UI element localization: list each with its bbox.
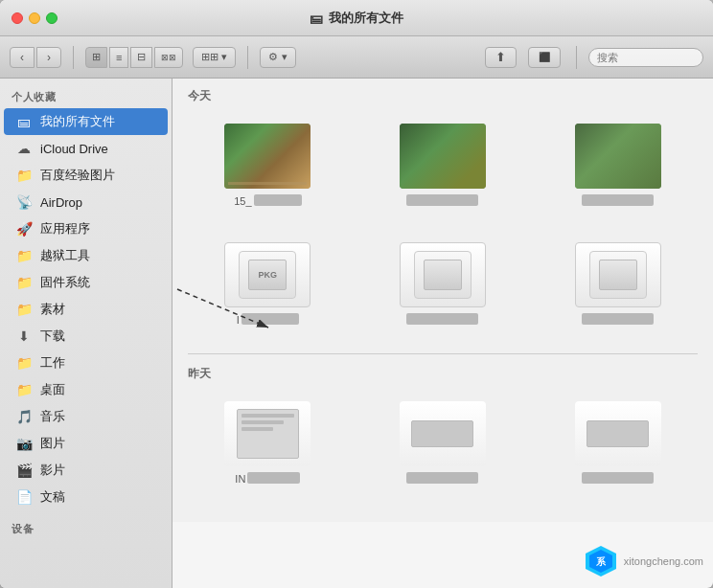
downloads-label: 下载 [40, 328, 65, 345]
file-item-f7[interactable]: IN [188, 394, 348, 493]
file-name-prefix-f7: IN [235, 473, 245, 485]
file-thumb-f8 [400, 401, 486, 466]
file-thumb-f2 [400, 124, 486, 189]
baidu-icon: 📁 [15, 168, 33, 183]
file-name-blur-f8 [406, 472, 478, 484]
fullscreen-button[interactable] [46, 12, 58, 24]
file-item-f1[interactable]: 15_ [188, 116, 348, 215]
file-name-blur-f7 [247, 472, 300, 484]
file-thumb-f6 [575, 242, 661, 307]
docs-label: 文稿 [40, 488, 65, 506]
forward-button[interactable]: › [36, 47, 61, 68]
file-item-f3[interactable] [538, 116, 698, 215]
window-title: 我的所有文件 [329, 10, 403, 27]
movies-label: 影片 [40, 462, 65, 479]
sidebar-item-desktop[interactable]: 📁 桌面 [4, 376, 168, 403]
material-label: 素材 [40, 301, 65, 318]
watermark: 系 xitongcheng.com [584, 544, 703, 578]
file-item-f6[interactable] [538, 235, 698, 334]
sidebar: 个人收藏 🖴 我的所有文件 ☁ iCloud Drive 📁 百度经验图片 📡 … [0, 79, 172, 588]
sidebar-item-downloads[interactable]: ⬇ 下载 [4, 323, 168, 350]
search-input[interactable] [588, 48, 703, 67]
svg-text:系: 系 [596, 556, 607, 567]
sidebar-item-jailbreak[interactable]: 📁 越狱工具 [4, 242, 168, 269]
view-column-btn[interactable]: ⊟ [130, 47, 152, 68]
file-item-f8[interactable] [363, 394, 523, 493]
minimize-button[interactable] [29, 12, 40, 24]
icloud-label: iCloud Drive [40, 142, 108, 156]
photos-label: 图片 [40, 435, 65, 452]
file-thumb-f4: PKG [224, 242, 310, 307]
tag-icon: ⬛ [539, 52, 550, 62]
action-gear-btn[interactable]: ⚙ ▾ [260, 47, 296, 68]
jailbreak-label: 越狱工具 [40, 247, 90, 264]
sidebar-item-photos[interactable]: 📷 图片 [4, 430, 168, 457]
traffic-lights [12, 12, 58, 24]
work-label: 工作 [40, 354, 65, 372]
watermark-text: xitongcheng.com [624, 555, 703, 567]
yesterday-files: IN [188, 394, 698, 493]
section-divider [188, 353, 698, 354]
yesterday-label: 昨天 [188, 366, 698, 382]
file-name-prefix-f1: 15_ [234, 195, 251, 207]
today-files-row1: 15_ [188, 116, 698, 215]
all-files-label: 我的所有文件 [40, 113, 115, 130]
sidebar-item-work[interactable]: 📁 工作 [4, 350, 168, 376]
file-thumb-f7 [224, 401, 310, 466]
file-name-blur-f1 [254, 194, 302, 206]
file-item-f9[interactable] [538, 394, 698, 493]
apps-icon: 🚀 [15, 221, 33, 237]
file-item-f5[interactable] [363, 235, 523, 334]
file-name-blur-f9 [582, 472, 654, 484]
file-name-blur-f3 [582, 194, 654, 206]
file-thumb-f1 [224, 124, 310, 189]
title-icon: 🖴 [310, 11, 323, 26]
sidebar-item-material[interactable]: 📁 素材 [4, 296, 168, 323]
file-name-blur-f4 [242, 313, 299, 325]
titlebar: 🖴 我的所有文件 [0, 0, 713, 36]
work-icon: 📁 [15, 355, 33, 371]
firmware-label: 固件系统 [40, 274, 90, 291]
toolbar: ‹ › ⊞ ≡ ⊟ ⊠⊠ ⊞⊞ ▾ ⚙ ▾ ⬆ ⬛ [0, 36, 713, 79]
file-name-prefix-f4: I [237, 314, 240, 326]
file-thumb-f3 [575, 124, 661, 189]
sidebar-item-firmware[interactable]: 📁 固件系统 [4, 269, 168, 296]
file-name-blur-f5 [406, 313, 478, 325]
view-icon-btn[interactable]: ⊞ [85, 47, 107, 68]
view-coverflow-btn[interactable]: ⊠⊠ [154, 47, 183, 68]
airdrop-label: AirDrop [40, 195, 82, 210]
back-button[interactable]: ‹ [10, 47, 34, 68]
gear-dropdown-arrow: ▾ [282, 51, 288, 63]
close-button[interactable] [12, 12, 23, 24]
sidebar-item-icloud[interactable]: ☁ iCloud Drive [4, 135, 168, 162]
file-item-f4[interactable]: PKG I [188, 235, 348, 334]
sidebar-section-devices: 设备 [0, 510, 172, 540]
all-files-icon: 🖴 [15, 114, 33, 129]
file-item-f2[interactable] [363, 116, 523, 215]
view-list-btn[interactable]: ≡ [109, 47, 128, 68]
sidebar-item-movies[interactable]: 🎬 影片 [4, 457, 168, 484]
tag-button[interactable]: ⬛ [528, 47, 561, 68]
photos-icon: 📷 [15, 436, 33, 451]
icloud-icon: ☁ [15, 141, 33, 156]
nav-buttons: ‹ › [10, 47, 61, 68]
sidebar-item-baidu[interactable]: 📁 百度经验图片 [4, 162, 168, 189]
view-buttons: ⊞ ≡ ⊟ ⊠⊠ [85, 47, 183, 68]
docs-icon: 📄 [15, 489, 33, 505]
view-dropdown-btn[interactable]: ⊞⊞ ▾ [193, 47, 236, 68]
sidebar-item-music[interactable]: 🎵 音乐 [4, 403, 168, 430]
toolbar-separator-2 [247, 46, 248, 69]
desktop-icon: 📁 [15, 382, 33, 397]
downloads-icon: ⬇ [15, 328, 33, 344]
window-title-area: 🖴 我的所有文件 [310, 10, 403, 27]
baidu-label: 百度经验图片 [40, 167, 115, 184]
today-label: 今天 [188, 88, 698, 104]
sidebar-section-personal: 个人收藏 [0, 79, 172, 108]
sidebar-item-docs[interactable]: 📄 文稿 [4, 484, 168, 510]
apps-label: 应用程序 [40, 220, 90, 237]
watermark-logo: 系 [584, 544, 618, 578]
share-button[interactable]: ⬆ [485, 47, 517, 68]
sidebar-item-apps[interactable]: 🚀 应用程序 [4, 215, 168, 242]
sidebar-item-all-files[interactable]: 🖴 我的所有文件 [4, 108, 168, 135]
sidebar-item-airdrop[interactable]: 📡 AirDrop [4, 189, 168, 215]
